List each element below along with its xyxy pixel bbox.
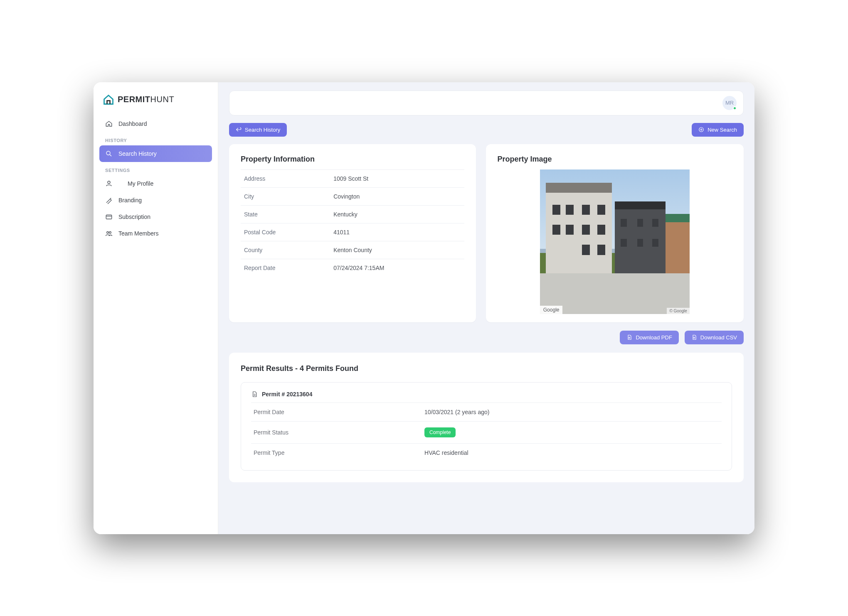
permit-item: Permit # 20213604 Permit Date10/03/2021 … bbox=[241, 382, 732, 471]
permit-detail-label: Permit Status bbox=[251, 421, 422, 443]
avatar-initials: MR bbox=[725, 100, 734, 106]
nav-branding-label: Branding bbox=[118, 197, 142, 204]
permit-title-row: Permit # 20213604 bbox=[251, 391, 722, 402]
document-icon bbox=[251, 391, 258, 398]
brand-logo: PERMITHUNT bbox=[99, 92, 212, 115]
cards-row: Property Information Address1009 Scott S… bbox=[229, 144, 744, 322]
permit-detail-value: Complete bbox=[422, 421, 722, 443]
download-pdf-button[interactable]: Download PDF bbox=[620, 331, 678, 344]
app-window: PERMITHUNT Dashboard HISTORY Search Hist… bbox=[94, 82, 754, 534]
permit-detail-label: Permit Type bbox=[251, 443, 422, 462]
nav-section-history: HISTORY bbox=[99, 132, 212, 145]
nav-search-history-label: Search History bbox=[118, 150, 157, 157]
property-info-label: Report Date bbox=[241, 259, 330, 277]
property-image: Google © Google bbox=[540, 169, 690, 314]
property-info-card: Property Information Address1009 Scott S… bbox=[229, 144, 476, 322]
property-info-row: CountyKenton County bbox=[241, 241, 464, 259]
sidebar: PERMITHUNT Dashboard HISTORY Search Hist… bbox=[94, 82, 218, 534]
actions-row: Search History New Search bbox=[229, 123, 744, 137]
permit-results-card: Permit Results - 4 Permits Found Permit … bbox=[229, 353, 744, 482]
svg-point-4 bbox=[109, 231, 111, 233]
permit-details-table: Permit Date10/03/2021 (2 years ago)Permi… bbox=[251, 402, 722, 462]
nav-subscription[interactable]: Subscription bbox=[99, 209, 212, 225]
svg-rect-2 bbox=[106, 215, 112, 219]
property-info-value: Covington bbox=[330, 187, 464, 205]
main-content: MR Search History New Search Property In… bbox=[218, 82, 754, 534]
svg-point-1 bbox=[108, 181, 110, 184]
download-row: Download PDF Download CSV bbox=[229, 331, 744, 344]
download-pdf-label: Download PDF bbox=[636, 334, 672, 341]
property-info-value: 1009 Scott St bbox=[330, 169, 464, 187]
house-logo-icon bbox=[103, 94, 114, 106]
back-arrow-icon bbox=[236, 127, 242, 133]
topbar: MR bbox=[229, 91, 744, 115]
property-info-label: Address bbox=[241, 169, 330, 187]
property-info-row: Report Date07/24/2024 7:15AM bbox=[241, 259, 464, 277]
permit-results-title: Permit Results - 4 Permits Found bbox=[241, 364, 732, 373]
status-dot bbox=[733, 106, 737, 110]
permit-detail-value: HVAC residential bbox=[422, 443, 722, 462]
file-download-icon bbox=[691, 334, 697, 340]
new-search-button[interactable]: New Search bbox=[692, 123, 744, 137]
property-image-title: Property Image bbox=[498, 155, 732, 164]
nav-subscription-label: Subscription bbox=[118, 214, 150, 220]
permit-detail-row: Permit Date10/03/2021 (2 years ago) bbox=[251, 402, 722, 421]
nav-branding[interactable]: Branding bbox=[99, 192, 212, 209]
property-info-row: Address1009 Scott St bbox=[241, 169, 464, 187]
permit-detail-value: 10/03/2021 (2 years ago) bbox=[422, 402, 722, 421]
property-info-title: Property Information bbox=[241, 155, 464, 164]
download-csv-label: Download CSV bbox=[700, 334, 737, 341]
svg-point-3 bbox=[107, 231, 109, 233]
nav-team-members[interactable]: Team Members bbox=[99, 225, 212, 242]
property-info-value: Kentucky bbox=[330, 205, 464, 223]
brand-text: PERMITHUNT bbox=[118, 95, 174, 104]
permit-number-label: Permit # 20213604 bbox=[262, 391, 312, 398]
back-search-history-label: Search History bbox=[245, 127, 280, 133]
property-info-label: Postal Code bbox=[241, 223, 330, 241]
avatar[interactable]: MR bbox=[722, 96, 737, 110]
property-info-value: Kenton County bbox=[330, 241, 464, 259]
user-icon bbox=[105, 180, 113, 187]
card-icon bbox=[105, 213, 113, 221]
property-info-label: State bbox=[241, 205, 330, 223]
property-info-label: City bbox=[241, 187, 330, 205]
nav-dashboard-label: Dashboard bbox=[118, 120, 147, 127]
back-search-history-button[interactable]: Search History bbox=[229, 123, 287, 137]
property-info-value: 41011 bbox=[330, 223, 464, 241]
google-badge: Google bbox=[540, 306, 563, 314]
nav-search-history[interactable]: Search History bbox=[99, 145, 212, 162]
property-info-table: Address1009 Scott StCityCovingtonStateKe… bbox=[241, 169, 464, 277]
svg-point-0 bbox=[106, 151, 110, 155]
new-search-label: New Search bbox=[707, 127, 737, 133]
property-image-card: Property Image Google bbox=[486, 144, 744, 322]
search-icon bbox=[105, 150, 113, 157]
google-copyright-badge: © Google bbox=[667, 308, 689, 314]
file-download-icon bbox=[626, 334, 632, 340]
team-icon bbox=[105, 230, 113, 237]
permit-detail-row: Permit TypeHVAC residential bbox=[251, 443, 722, 462]
permit-detail-label: Permit Date bbox=[251, 402, 422, 421]
palette-icon bbox=[105, 196, 113, 204]
plus-circle-icon bbox=[698, 127, 704, 133]
download-csv-button[interactable]: Download CSV bbox=[685, 331, 744, 344]
status-badge: Complete bbox=[424, 427, 456, 437]
property-info-row: Postal Code41011 bbox=[241, 223, 464, 241]
home-icon bbox=[105, 120, 113, 128]
nav-my-profile[interactable]: My Profile bbox=[99, 175, 212, 192]
property-info-value: 07/24/2024 7:15AM bbox=[330, 259, 464, 277]
nav-dashboard[interactable]: Dashboard bbox=[99, 115, 212, 132]
property-info-row: StateKentucky bbox=[241, 205, 464, 223]
property-info-row: CityCovington bbox=[241, 187, 464, 205]
property-info-label: County bbox=[241, 241, 330, 259]
nav-team-members-label: Team Members bbox=[118, 230, 158, 237]
nav-my-profile-label: My Profile bbox=[128, 180, 153, 187]
permit-detail-row: Permit StatusComplete bbox=[251, 421, 722, 443]
nav-section-settings: SETTINGS bbox=[99, 162, 212, 175]
